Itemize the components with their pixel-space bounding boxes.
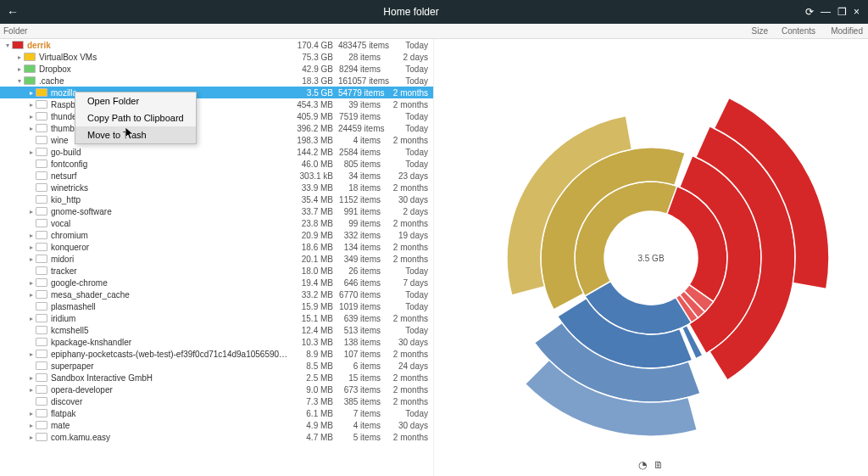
- reload-icon[interactable]: ⟳: [805, 6, 814, 18]
- row-modified: Today: [386, 76, 433, 86]
- tree-row[interactable]: ▸iridium15.1 MB639 items2 months: [0, 312, 433, 324]
- color-swatch: [36, 385, 47, 394]
- tree-row[interactable]: discover7.3 MB385 items2 months: [0, 395, 433, 407]
- row-size: 35.4 MB: [291, 195, 338, 204]
- row-size: 170.4 GB: [291, 41, 338, 50]
- expand-arrow-icon[interactable]: ▾: [3, 42, 12, 49]
- ctx-move-trash[interactable]: Move to Trash: [75, 126, 196, 143]
- tree-row[interactable]: ▸Raspbe454.3 MB39 items2 months: [0, 98, 433, 110]
- tree-row[interactable]: wine198.3 MB4 items2 months: [0, 134, 433, 146]
- expand-arrow-icon[interactable]: ▸: [27, 208, 36, 216]
- tree-row[interactable]: kpackage-knshandler10.3 MB138 items30 da…: [0, 336, 433, 348]
- tree-row[interactable]: fontconfig46.0 MB805 itemsToday: [0, 158, 433, 170]
- row-modified: Today: [386, 112, 433, 121]
- row-size: 42.9 GB: [291, 64, 338, 74]
- save-icon[interactable]: 🗎: [654, 459, 664, 471]
- row-modified: 23 days: [386, 171, 433, 181]
- row-size: 20.1 MB: [291, 255, 338, 264]
- expand-arrow-icon[interactable]: ▸: [27, 125, 36, 132]
- tree-row[interactable]: ▸mesa_shader_cache33.2 MB6770 itemsToday: [0, 288, 433, 300]
- col-folder[interactable]: Folder: [0, 26, 726, 36]
- color-swatch: [36, 195, 47, 204]
- tree-row[interactable]: ▸flatpak6.1 MB7 itemsToday: [0, 407, 433, 419]
- expand-arrow-icon[interactable]: ▸: [27, 279, 36, 287]
- col-modified[interactable]: Modified: [821, 26, 868, 36]
- row-modified: 2 months: [386, 219, 433, 228]
- row-modified: Today: [386, 326, 433, 335]
- tree-row[interactable]: ▸Dropbox42.9 GB8294 itemsToday: [0, 63, 433, 75]
- expand-arrow-icon[interactable]: ▸: [27, 244, 36, 251]
- tree-row[interactable]: ▸VirtualBox VMs75.3 GB28 items2 days: [0, 51, 433, 63]
- tree-row[interactable]: ▸gnome-software33.7 MB991 items2 days: [0, 205, 433, 217]
- tree-row[interactable]: ▸konqueror18.6 MB134 items2 months: [0, 241, 433, 253]
- row-contents: 2584 items: [338, 148, 386, 157]
- tree-row[interactable]: ▸Sandbox Interactive GmbH2.5 MB15 items2…: [0, 372, 433, 384]
- tree-row[interactable]: ▸thunder405.9 MB7519 itemsToday: [0, 110, 433, 122]
- tree-row[interactable]: ▸midori20.1 MB349 items2 months: [0, 253, 433, 265]
- tree-row[interactable]: ▾derrik170.4 GB483475 itemsToday: [0, 39, 433, 51]
- expand-arrow-icon[interactable]: ▸: [27, 315, 36, 322]
- expand-arrow-icon[interactable]: ▸: [27, 410, 36, 417]
- pie-icon[interactable]: ◔: [638, 459, 647, 471]
- expand-arrow-icon[interactable]: ▸: [27, 386, 36, 394]
- tree-row[interactable]: ▸google-chrome19.4 MB646 items7 days: [0, 277, 433, 288]
- minimize-icon[interactable]: —: [821, 6, 831, 18]
- maximize-icon[interactable]: ❐: [837, 6, 847, 18]
- expand-arrow-icon[interactable]: ▸: [27, 374, 36, 382]
- ctx-copy-path[interactable]: Copy Path to Clipboard: [75, 109, 196, 126]
- tree-row[interactable]: ▸mozilla3.5 GB54779 items2 months: [0, 87, 433, 98]
- expand-arrow-icon[interactable]: ▸: [15, 65, 24, 73]
- tree-row[interactable]: ▸com.kamu.easy4.7 MB5 items2 months: [0, 431, 433, 443]
- row-modified: Today: [386, 124, 433, 133]
- tree-row[interactable]: tracker18.0 MB26 itemsToday: [0, 265, 433, 277]
- expand-arrow-icon[interactable]: ▸: [15, 53, 24, 61]
- tree-row[interactable]: kcmshell512.4 MB513 itemsToday: [0, 324, 433, 336]
- folder-tree[interactable]: ▾derrik170.4 GB483475 itemsToday▸Virtual…: [0, 39, 434, 476]
- tree-row[interactable]: superpaper8.5 MB6 items24 days: [0, 360, 433, 372]
- tree-row[interactable]: ▸chromium20.9 MB332 items19 days: [0, 229, 433, 241]
- col-contents[interactable]: Contents: [773, 26, 821, 36]
- expand-arrow-icon[interactable]: ▸: [27, 350, 36, 358]
- row-modified: 7 days: [386, 278, 433, 288]
- tree-row[interactable]: kio_http35.4 MB1152 items30 days: [0, 193, 433, 205]
- expand-arrow-icon[interactable]: ▾: [15, 77, 24, 85]
- color-swatch: [36, 326, 47, 334]
- expand-arrow-icon[interactable]: ▸: [27, 255, 36, 263]
- expand-arrow-icon[interactable]: ▸: [27, 232, 36, 239]
- expand-arrow-icon[interactable]: ▸: [27, 422, 36, 429]
- expand-arrow-icon[interactable]: ▸: [27, 291, 36, 299]
- expand-arrow-icon[interactable]: ▸: [27, 113, 36, 120]
- expand-arrow-icon[interactable]: ▸: [27, 89, 36, 97]
- row-contents: 8294 items: [338, 64, 386, 74]
- row-name: gnome-software: [51, 207, 291, 216]
- expand-arrow-icon[interactable]: ▸: [27, 101, 36, 109]
- tree-row[interactable]: ▸epiphany-pocketcasts-(web-test)-ef39f0c…: [0, 348, 433, 360]
- tree-row[interactable]: winetricks33.9 MB18 items2 months: [0, 182, 433, 193]
- tree-row[interactable]: ▸thumbn396.2 MB24459 itemsToday: [0, 122, 433, 134]
- row-contents: 18 items: [338, 183, 386, 193]
- tree-row[interactable]: ▸opera-developer9.0 MB673 items2 months: [0, 384, 433, 395]
- ctx-open-folder[interactable]: Open Folder: [75, 92, 196, 109]
- row-name: fontconfig: [51, 160, 291, 169]
- tree-row[interactable]: plasmashell15.9 MB1019 itemsToday: [0, 300, 433, 312]
- row-modified: 2 months: [386, 433, 433, 442]
- expand-arrow-icon[interactable]: ▸: [27, 434, 36, 441]
- tree-row[interactable]: ▸go-build144.2 MB2584 itemsToday: [0, 146, 433, 158]
- tree-row[interactable]: vocal23.8 MB99 items2 months: [0, 217, 433, 229]
- row-modified: 2 months: [386, 183, 433, 193]
- row-modified: 2 months: [386, 136, 433, 145]
- columns-header: Folder Size Contents Modified: [0, 24, 868, 39]
- color-swatch: [36, 160, 47, 168]
- color-swatch: [36, 350, 47, 358]
- row-size: 2.5 MB: [291, 373, 338, 383]
- back-button[interactable]: ←: [0, 5, 25, 19]
- tree-row[interactable]: ▾.cache18.3 GB161057 itemsToday: [0, 75, 433, 87]
- col-size[interactable]: Size: [726, 26, 773, 36]
- row-size: 454.3 MB: [291, 100, 338, 109]
- row-contents: 34 items: [338, 171, 386, 181]
- expand-arrow-icon[interactable]: ▸: [27, 148, 36, 156]
- close-icon[interactable]: ×: [854, 6, 860, 18]
- tree-row[interactable]: netsurf303.1 kB34 items23 days: [0, 170, 433, 182]
- tree-row[interactable]: ▸mate4.9 MB4 items30 days: [0, 419, 433, 431]
- row-size: 8.5 MB: [291, 361, 338, 371]
